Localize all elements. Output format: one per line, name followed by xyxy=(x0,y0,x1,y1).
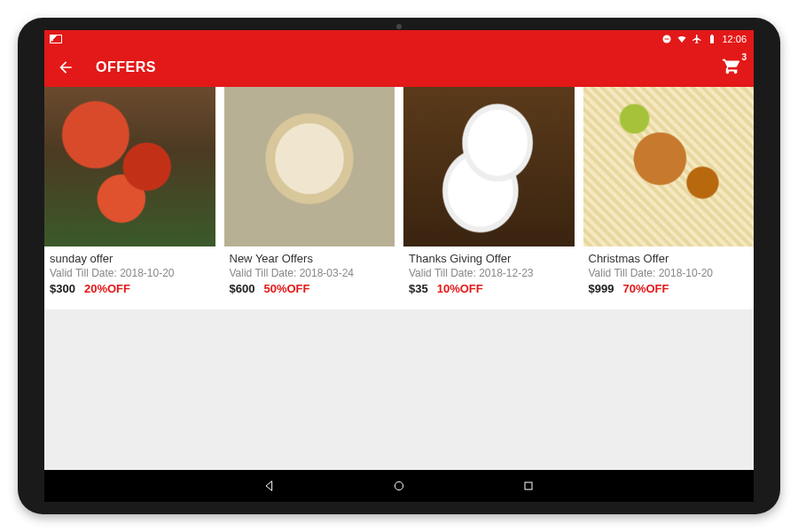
offer-image xyxy=(583,87,755,246)
offer-valid-date: Valid Till Date: 2018-10-20 xyxy=(589,267,749,279)
app-bar: OFFERS 3 xyxy=(44,48,754,87)
dnd-icon xyxy=(661,34,672,44)
tablet-camera xyxy=(396,24,402,29)
offer-price: $999 xyxy=(589,282,614,295)
offer-info: Christmas Offer Valid Till Date: 2018-10… xyxy=(583,246,755,299)
svg-rect-3 xyxy=(525,482,532,489)
cart-button[interactable]: 3 xyxy=(722,56,741,79)
page-title: OFFERS xyxy=(96,59,156,75)
svg-point-2 xyxy=(395,481,403,489)
offer-card[interactable]: sunday offer Valid Till Date: 2018-10-20… xyxy=(44,87,215,299)
offer-card[interactable]: Thanks Giving Offer Valid Till Date: 201… xyxy=(403,87,575,299)
offer-title: Thanks Giving Offer xyxy=(409,252,569,265)
offer-discount: 10%OFF xyxy=(437,282,483,295)
offer-discount: 20%OFF xyxy=(84,282,130,295)
offer-image xyxy=(44,87,215,246)
offer-valid-date: Valid Till Date: 2018-03-24 xyxy=(230,267,390,279)
offer-price-line: $35 10%OFF xyxy=(409,282,569,295)
offer-price: $600 xyxy=(230,282,255,295)
offer-info: New Year Offers Valid Till Date: 2018-03… xyxy=(224,246,395,299)
offer-image xyxy=(403,87,575,246)
offer-price-line: $600 50%OFF xyxy=(230,282,390,295)
offer-discount: 70%OFF xyxy=(622,282,669,295)
svg-rect-1 xyxy=(665,39,669,40)
offer-price-line: $999 70%OFF xyxy=(589,282,749,295)
status-notification-area xyxy=(50,35,62,43)
offer-discount: 50%OFF xyxy=(263,282,309,295)
offer-info: Thanks Giving Offer Valid Till Date: 201… xyxy=(403,246,575,299)
battery-icon xyxy=(707,34,717,44)
content-area: sunday offer Valid Till Date: 2018-10-20… xyxy=(44,87,754,470)
offer-title: sunday offer xyxy=(50,252,210,265)
offer-info: sunday offer Valid Till Date: 2018-10-20… xyxy=(44,246,215,299)
status-time: 12:06 xyxy=(722,34,747,44)
offer-price: $35 xyxy=(409,282,428,295)
app-bar-left: OFFERS xyxy=(57,59,156,76)
offer-price: $300 xyxy=(50,282,75,295)
nav-back-icon[interactable] xyxy=(262,479,277,493)
offer-price-line: $300 20%OFF xyxy=(50,282,210,295)
cart-badge: 3 xyxy=(741,52,747,62)
offer-card[interactable]: New Year Offers Valid Till Date: 2018-03… xyxy=(224,87,395,299)
nav-recent-icon[interactable] xyxy=(521,479,536,493)
screen: 12:06 OFFERS 3 sunday offer Valid Till D… xyxy=(44,30,754,502)
tablet-frame: 12:06 OFFERS 3 sunday offer Valid Till D… xyxy=(18,18,780,514)
offer-title: New Year Offers xyxy=(230,252,390,265)
offer-card[interactable]: Christmas Offer Valid Till Date: 2018-10… xyxy=(583,87,755,299)
android-nav-bar xyxy=(44,470,754,502)
wifi-icon xyxy=(677,34,687,44)
offers-row: sunday offer Valid Till Date: 2018-10-20… xyxy=(44,87,754,309)
status-bar: 12:06 xyxy=(44,30,754,48)
offer-title: Christmas Offer xyxy=(589,252,749,265)
offer-valid-date: Valid Till Date: 2018-12-23 xyxy=(409,267,569,279)
image-notification-icon xyxy=(50,35,62,43)
nav-home-icon[interactable] xyxy=(392,479,406,493)
airplane-icon xyxy=(692,34,702,44)
back-icon[interactable] xyxy=(57,59,74,76)
cart-icon xyxy=(722,56,741,75)
offer-image xyxy=(224,87,395,246)
offer-valid-date: Valid Till Date: 2018-10-20 xyxy=(50,267,210,279)
